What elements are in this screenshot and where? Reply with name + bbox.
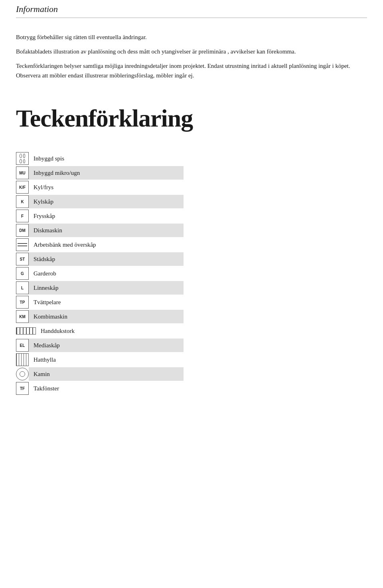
icon-kamin: [16, 368, 29, 380]
legend-item: MUInbyggd mikro/ugn: [16, 166, 184, 180]
info-paragraph-3: Teckenförklaringen belyser samtliga möjl…: [16, 61, 367, 80]
legend-label: Kombimaskin: [29, 310, 184, 323]
legend-label: Arbetsbänk med överskåp: [29, 238, 184, 251]
legend-item: KMKombimaskin: [16, 310, 184, 323]
icon-garderob: G: [16, 267, 29, 280]
legend-label: Städskåp: [29, 252, 184, 266]
icon-kylskap: K: [16, 195, 29, 208]
legend-label: Kamin: [29, 367, 184, 381]
legend-label: Diskmaskin: [29, 224, 184, 237]
legend-item: LLinneskåp: [16, 281, 184, 295]
icon-linneskap: L: [16, 281, 29, 294]
legend-label: Takfönster: [29, 382, 184, 395]
legend-item: Hatthylla: [16, 353, 184, 366]
legend-item: TFTakfönster: [16, 382, 184, 395]
legend-item: TPTvättpelare: [16, 295, 184, 309]
legend-label: Garderob: [29, 267, 184, 280]
legend-label: Inbyggd spis: [29, 152, 184, 165]
icon-kombimaskin: KM: [16, 310, 29, 323]
legend-label: Frysskåp: [29, 209, 184, 223]
legend-label: Kylskåp: [29, 195, 184, 208]
legend-item: FFrysskåp: [16, 209, 184, 223]
legend-item: ELMediaskåp: [16, 339, 184, 352]
legend-list: Inbyggd spisMUInbyggd mikro/ugnK/FKyl/fr…: [16, 152, 184, 395]
info-section: Botrygg förbehåller sig rätten till even…: [16, 32, 367, 80]
icon-takfonster: TF: [16, 382, 29, 395]
legend-label: Inbyggd mikro/ugn: [29, 166, 184, 180]
icon-diskmaskin: DM: [16, 224, 29, 237]
page-header: Information: [16, 0, 367, 18]
icon-stadskap: ST: [16, 253, 29, 265]
icon-handdukstork: [16, 325, 36, 337]
legend-item: KKylskåp: [16, 195, 184, 208]
legend-item: STStädskåp: [16, 252, 184, 266]
teckenforklaring-title: Teckenförklaring: [16, 104, 367, 133]
info-paragraph-2: Bofaktabladets illustration av planlösni…: [16, 47, 367, 56]
icon-kyl-frys: K/F: [16, 181, 29, 194]
legend-item: Inbyggd spis: [16, 152, 184, 165]
icon-spis: [16, 152, 29, 165]
legend-label: Mediaskåp: [29, 339, 184, 352]
info-paragraph-1: Botrygg förbehåller sig rätten till even…: [16, 32, 367, 42]
legend-item: DMDiskmaskin: [16, 224, 184, 237]
icon-fryskap: F: [16, 210, 29, 222]
legend-label: Linneskåp: [29, 281, 184, 295]
legend-item: Handdukstork: [16, 324, 184, 338]
legend-label: Handdukstork: [36, 324, 184, 338]
legend-label: Hatthylla: [29, 353, 184, 366]
legend-label: Kyl/frys: [29, 180, 184, 194]
icon-tvattpelare: TP: [16, 296, 29, 309]
legend-item: Arbetsbänk med överskåp: [16, 238, 184, 251]
legend-label: Tvättpelare: [29, 295, 184, 309]
page-title: Information: [16, 4, 367, 14]
icon-inbyggd-mikro: MU: [16, 166, 29, 179]
legend-item: K/FKyl/frys: [16, 180, 184, 194]
icon-arbetsbank: [16, 238, 29, 251]
icon-mediaskap: EL: [16, 339, 29, 352]
legend-item: GGarderob: [16, 267, 184, 280]
icon-hatthylla: [16, 353, 29, 366]
legend-item: Kamin: [16, 367, 184, 381]
